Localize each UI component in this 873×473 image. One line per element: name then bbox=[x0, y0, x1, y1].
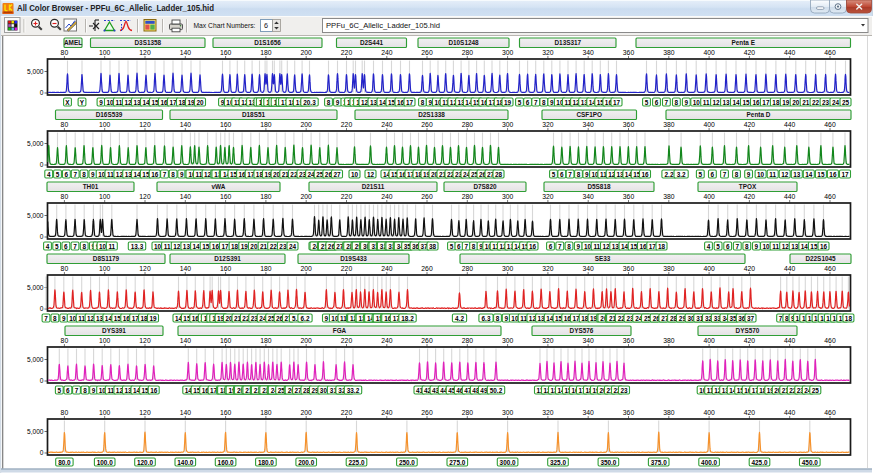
svg-text:9: 9 bbox=[180, 171, 184, 178]
svg-text:300: 300 bbox=[502, 121, 514, 128]
svg-text:16: 16 bbox=[829, 171, 837, 178]
svg-text:17: 17 bbox=[169, 99, 177, 106]
svg-text:23: 23 bbox=[279, 243, 287, 250]
svg-text:19: 19 bbox=[504, 99, 512, 106]
svg-text:4.2: 4.2 bbox=[455, 315, 464, 322]
svg-text:120: 120 bbox=[139, 121, 151, 128]
svg-text:180.0: 180.0 bbox=[258, 459, 274, 466]
svg-text:5,000: 5,000 bbox=[27, 356, 44, 363]
svg-text:D22S1045: D22S1045 bbox=[805, 255, 836, 262]
svg-text:140: 140 bbox=[180, 337, 192, 344]
svg-text:D3S1358: D3S1358 bbox=[134, 39, 161, 46]
svg-text:120: 120 bbox=[139, 337, 151, 344]
svg-text:100: 100 bbox=[99, 193, 111, 200]
svg-text:8: 8 bbox=[472, 243, 476, 250]
svg-text:380: 380 bbox=[663, 409, 675, 416]
svg-text:300: 300 bbox=[502, 49, 514, 56]
svg-text:Max Chart Numbers:: Max Chart Numbers: bbox=[194, 21, 256, 30]
svg-text:9: 9 bbox=[62, 315, 66, 322]
svg-text:220: 220 bbox=[341, 49, 353, 56]
svg-text:10: 10 bbox=[99, 243, 107, 250]
svg-text:400: 400 bbox=[703, 49, 715, 56]
svg-text:340: 340 bbox=[583, 409, 595, 416]
svg-text:20.3: 20.3 bbox=[303, 99, 316, 106]
svg-text:160: 160 bbox=[220, 49, 232, 56]
svg-text:15: 15 bbox=[630, 243, 638, 250]
svg-text:10: 10 bbox=[693, 99, 701, 106]
svg-text:100: 100 bbox=[99, 49, 111, 56]
svg-text:14: 14 bbox=[801, 243, 809, 250]
svg-text:8: 8 bbox=[577, 171, 581, 178]
svg-text:200: 200 bbox=[301, 337, 313, 344]
svg-text:200: 200 bbox=[301, 265, 313, 272]
svg-text:D13S317: D13S317 bbox=[554, 39, 581, 46]
svg-text:7: 7 bbox=[723, 171, 727, 178]
svg-text:5: 5 bbox=[552, 171, 556, 178]
svg-text:360: 360 bbox=[623, 337, 635, 344]
svg-text:6: 6 bbox=[65, 171, 69, 178]
svg-text:120.0: 120.0 bbox=[137, 459, 153, 466]
svg-text:240: 240 bbox=[381, 49, 393, 56]
svg-text:5: 5 bbox=[645, 99, 649, 106]
svg-text:160: 160 bbox=[220, 265, 232, 272]
svg-text:440: 440 bbox=[784, 121, 796, 128]
svg-text:9: 9 bbox=[99, 99, 103, 106]
svg-text:140: 140 bbox=[180, 193, 192, 200]
svg-text:450.0: 450.0 bbox=[802, 459, 818, 466]
svg-text:14: 14 bbox=[805, 171, 813, 178]
svg-text:180: 180 bbox=[260, 193, 272, 200]
svg-text:6: 6 bbox=[64, 243, 68, 250]
svg-text:80: 80 bbox=[61, 193, 69, 200]
svg-text:280: 280 bbox=[462, 265, 474, 272]
svg-text:10: 10 bbox=[106, 99, 114, 106]
svg-text:8: 8 bbox=[785, 315, 789, 322]
svg-text:0: 0 bbox=[40, 161, 44, 168]
svg-text:7: 7 bbox=[464, 243, 468, 250]
svg-text:14: 14 bbox=[193, 243, 201, 250]
svg-text:120: 120 bbox=[139, 193, 151, 200]
svg-text:12: 12 bbox=[173, 243, 181, 250]
svg-text:200: 200 bbox=[301, 49, 313, 56]
svg-text:9: 9 bbox=[576, 243, 580, 250]
svg-text:9: 9 bbox=[504, 315, 508, 322]
svg-text:D21S11: D21S11 bbox=[362, 183, 385, 190]
svg-text:6: 6 bbox=[726, 243, 730, 250]
svg-text:0: 0 bbox=[40, 305, 44, 312]
svg-text:360: 360 bbox=[623, 409, 635, 416]
svg-text:DYS576: DYS576 bbox=[570, 327, 594, 334]
svg-text:280: 280 bbox=[462, 49, 474, 56]
svg-text:3.2: 3.2 bbox=[677, 171, 686, 178]
svg-text:100.0: 100.0 bbox=[97, 459, 113, 466]
svg-text:21: 21 bbox=[802, 99, 810, 106]
svg-text:16: 16 bbox=[397, 99, 405, 106]
svg-text:8: 8 bbox=[745, 243, 749, 250]
svg-text:120: 120 bbox=[139, 49, 151, 56]
svg-text:13: 13 bbox=[791, 243, 799, 250]
svg-text:5: 5 bbox=[450, 243, 454, 250]
svg-text:440: 440 bbox=[784, 49, 796, 56]
svg-text:7: 7 bbox=[163, 171, 167, 178]
svg-text:12: 12 bbox=[124, 99, 132, 106]
svg-text:D16S539: D16S539 bbox=[96, 111, 123, 118]
svg-text:5,000: 5,000 bbox=[27, 284, 44, 291]
svg-text:300: 300 bbox=[502, 193, 514, 200]
svg-text:6: 6 bbox=[457, 243, 461, 250]
svg-text:300: 300 bbox=[502, 337, 514, 344]
svg-text:100: 100 bbox=[99, 121, 111, 128]
svg-text:5: 5 bbox=[699, 171, 703, 178]
svg-text:80: 80 bbox=[61, 49, 69, 56]
svg-text:340: 340 bbox=[583, 337, 595, 344]
svg-text:7: 7 bbox=[779, 315, 783, 322]
svg-text:13.3: 13.3 bbox=[131, 243, 144, 250]
svg-text:16: 16 bbox=[123, 315, 131, 322]
svg-text:100: 100 bbox=[99, 337, 111, 344]
svg-text:320: 320 bbox=[542, 265, 554, 272]
svg-text:18: 18 bbox=[845, 315, 853, 322]
svg-text:Penta E: Penta E bbox=[731, 39, 755, 46]
svg-text:18: 18 bbox=[178, 99, 186, 106]
svg-text:320: 320 bbox=[542, 121, 554, 128]
svg-text:11: 11 bbox=[78, 315, 85, 322]
svg-text:120: 120 bbox=[139, 409, 151, 416]
svg-text:9: 9 bbox=[550, 99, 554, 106]
svg-text:12: 12 bbox=[713, 99, 721, 106]
